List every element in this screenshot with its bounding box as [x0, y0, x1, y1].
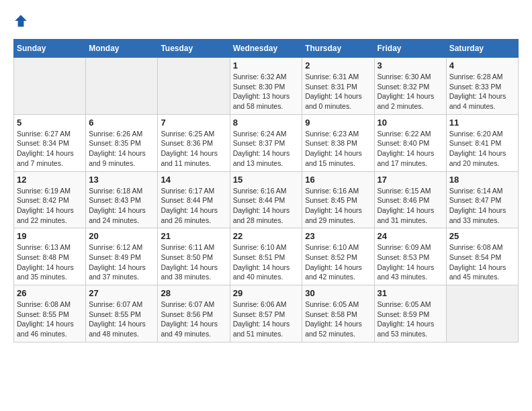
day-number: 8: [233, 118, 300, 128]
day-cell: 15Sunrise: 6:16 AMSunset: 8:44 PMDayligh…: [230, 171, 302, 228]
day-detail: Sunrise: 6:05 AMSunset: 8:59 PMDaylight:…: [378, 300, 443, 339]
day-detail: Sunrise: 6:27 AMSunset: 8:34 PMDaylight:…: [17, 129, 83, 169]
day-cell: 1Sunrise: 6:32 AMSunset: 8:30 PMDaylight…: [230, 58, 302, 115]
day-number: 13: [89, 175, 154, 185]
day-number: 27: [89, 288, 154, 298]
day-number: 28: [161, 288, 226, 298]
logo: [13, 13, 31, 28]
day-cell: 4Sunrise: 6:28 AMSunset: 8:33 PMDaylight…: [446, 58, 518, 115]
day-cell: 9Sunrise: 6:23 AMSunset: 8:38 PMDaylight…: [302, 114, 374, 171]
day-number: 11: [449, 118, 515, 128]
day-detail: Sunrise: 6:25 AMSunset: 8:36 PMDaylight:…: [161, 129, 226, 169]
day-cell: 5Sunrise: 6:27 AMSunset: 8:34 PMDaylight…: [14, 114, 86, 171]
day-cell: 23Sunrise: 6:10 AMSunset: 8:52 PMDayligh…: [302, 228, 374, 285]
day-cell: 6Sunrise: 6:26 AMSunset: 8:35 PMDaylight…: [86, 114, 158, 171]
day-cell: 13Sunrise: 6:18 AMSunset: 8:43 PMDayligh…: [86, 171, 158, 228]
day-cell: 3Sunrise: 6:30 AMSunset: 8:32 PMDaylight…: [374, 58, 446, 115]
day-detail: Sunrise: 6:14 AMSunset: 8:47 PMDaylight:…: [449, 186, 515, 226]
day-number: 24: [378, 231, 443, 241]
header-cell-sunday: Sunday: [14, 40, 86, 58]
day-number: 2: [305, 60, 371, 71]
day-number: 10: [378, 118, 443, 128]
week-row-1: 1Sunrise: 6:32 AMSunset: 8:30 PMDaylight…: [14, 58, 519, 115]
day-cell: 10Sunrise: 6:22 AMSunset: 8:40 PMDayligh…: [374, 114, 446, 171]
day-cell: 2Sunrise: 6:31 AMSunset: 8:31 PMDaylight…: [302, 58, 374, 115]
day-detail: Sunrise: 6:15 AMSunset: 8:46 PMDaylight:…: [378, 186, 443, 226]
week-row-5: 26Sunrise: 6:08 AMSunset: 8:55 PMDayligh…: [14, 285, 519, 342]
day-detail: Sunrise: 6:08 AMSunset: 8:54 PMDaylight:…: [449, 242, 515, 282]
week-row-3: 12Sunrise: 6:19 AMSunset: 8:42 PMDayligh…: [14, 171, 519, 228]
header-cell-friday: Friday: [374, 40, 446, 58]
day-number: 15: [233, 175, 300, 185]
day-detail: Sunrise: 6:28 AMSunset: 8:33 PMDaylight:…: [449, 72, 515, 111]
day-number: 16: [305, 175, 371, 185]
day-number: 20: [89, 231, 154, 241]
day-cell: 20Sunrise: 6:12 AMSunset: 8:49 PMDayligh…: [86, 228, 158, 285]
day-cell: 30Sunrise: 6:05 AMSunset: 8:58 PMDayligh…: [302, 285, 374, 342]
day-cell: 22Sunrise: 6:10 AMSunset: 8:51 PMDayligh…: [230, 228, 302, 285]
day-number: 9: [305, 118, 371, 128]
day-detail: Sunrise: 6:09 AMSunset: 8:53 PMDaylight:…: [378, 242, 443, 282]
day-detail: Sunrise: 6:06 AMSunset: 8:57 PMDaylight:…: [233, 300, 300, 339]
day-number: 17: [378, 175, 443, 185]
day-number: 29: [233, 288, 300, 298]
day-number: 30: [305, 288, 371, 298]
day-detail: Sunrise: 6:32 AMSunset: 8:30 PMDaylight:…: [233, 72, 300, 111]
day-number: 14: [161, 175, 226, 185]
day-cell: 16Sunrise: 6:16 AMSunset: 8:45 PMDayligh…: [302, 171, 374, 228]
calendar-body: 1Sunrise: 6:32 AMSunset: 8:30 PMDaylight…: [14, 58, 519, 342]
day-detail: Sunrise: 6:07 AMSunset: 8:55 PMDaylight:…: [89, 300, 154, 339]
day-cell: 29Sunrise: 6:06 AMSunset: 8:57 PMDayligh…: [230, 285, 302, 342]
day-cell: [158, 58, 230, 115]
header-cell-wednesday: Wednesday: [230, 40, 302, 58]
day-cell: 8Sunrise: 6:24 AMSunset: 8:37 PMDaylight…: [230, 114, 302, 171]
day-number: 21: [161, 231, 226, 241]
day-cell: [14, 58, 86, 115]
week-row-4: 19Sunrise: 6:13 AMSunset: 8:48 PMDayligh…: [14, 228, 519, 285]
day-detail: Sunrise: 6:26 AMSunset: 8:35 PMDaylight:…: [89, 129, 154, 169]
day-cell: 27Sunrise: 6:07 AMSunset: 8:55 PMDayligh…: [86, 285, 158, 342]
day-number: 1: [233, 60, 300, 71]
day-cell: 31Sunrise: 6:05 AMSunset: 8:59 PMDayligh…: [374, 285, 446, 342]
day-cell: 24Sunrise: 6:09 AMSunset: 8:53 PMDayligh…: [374, 228, 446, 285]
day-number: 7: [161, 118, 226, 128]
day-detail: Sunrise: 6:08 AMSunset: 8:55 PMDaylight:…: [17, 300, 83, 339]
day-number: 5: [17, 118, 83, 128]
header-cell-saturday: Saturday: [446, 40, 518, 58]
calendar-table: SundayMondayTuesdayWednesdayThursdayFrid…: [13, 39, 519, 342]
day-detail: Sunrise: 6:17 AMSunset: 8:44 PMDaylight:…: [161, 186, 226, 226]
day-detail: Sunrise: 6:05 AMSunset: 8:58 PMDaylight:…: [305, 300, 371, 339]
day-cell: 21Sunrise: 6:11 AMSunset: 8:50 PMDayligh…: [158, 228, 230, 285]
day-cell: 26Sunrise: 6:08 AMSunset: 8:55 PMDayligh…: [14, 285, 86, 342]
day-number: 31: [378, 288, 443, 298]
day-detail: Sunrise: 6:31 AMSunset: 8:31 PMDaylight:…: [305, 72, 371, 111]
day-number: 26: [17, 288, 83, 298]
day-detail: Sunrise: 6:23 AMSunset: 8:38 PMDaylight:…: [305, 129, 371, 169]
day-number: 25: [449, 231, 515, 241]
day-number: 22: [233, 231, 300, 241]
page-header: [13, 13, 519, 28]
header-row: SundayMondayTuesdayWednesdayThursdayFrid…: [14, 40, 519, 58]
day-cell: 14Sunrise: 6:17 AMSunset: 8:44 PMDayligh…: [158, 171, 230, 228]
day-detail: Sunrise: 6:13 AMSunset: 8:48 PMDaylight:…: [17, 242, 83, 282]
day-detail: Sunrise: 6:24 AMSunset: 8:37 PMDaylight:…: [233, 129, 300, 169]
day-cell: 17Sunrise: 6:15 AMSunset: 8:46 PMDayligh…: [374, 171, 446, 228]
day-detail: Sunrise: 6:22 AMSunset: 8:40 PMDaylight:…: [378, 129, 443, 169]
day-detail: Sunrise: 6:16 AMSunset: 8:44 PMDaylight:…: [233, 186, 300, 226]
week-row-2: 5Sunrise: 6:27 AMSunset: 8:34 PMDaylight…: [14, 114, 519, 171]
day-number: 23: [305, 231, 371, 241]
day-number: 19: [17, 231, 83, 241]
day-cell: 11Sunrise: 6:20 AMSunset: 8:41 PMDayligh…: [446, 114, 518, 171]
svg-marker-0: [15, 15, 27, 27]
day-cell: [446, 285, 518, 342]
day-number: 4: [449, 60, 515, 71]
day-detail: Sunrise: 6:30 AMSunset: 8:32 PMDaylight:…: [378, 72, 443, 111]
day-detail: Sunrise: 6:20 AMSunset: 8:41 PMDaylight:…: [449, 129, 515, 169]
day-cell: 28Sunrise: 6:07 AMSunset: 8:56 PMDayligh…: [158, 285, 230, 342]
header-cell-thursday: Thursday: [302, 40, 374, 58]
day-number: 6: [89, 118, 154, 128]
day-number: 18: [449, 175, 515, 185]
day-number: 3: [378, 60, 443, 71]
header-cell-monday: Monday: [86, 40, 158, 58]
day-cell: 25Sunrise: 6:08 AMSunset: 8:54 PMDayligh…: [446, 228, 518, 285]
